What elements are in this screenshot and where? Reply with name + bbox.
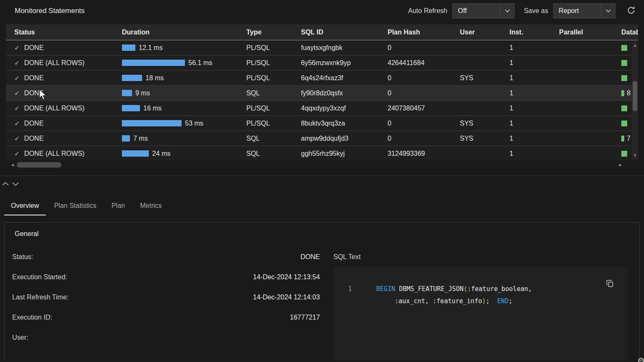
- duration-text: 7 ms: [133, 135, 148, 142]
- duration-bar: [122, 60, 185, 66]
- type-text: PL/SQL: [238, 44, 293, 52]
- field-execution-started: Execution Started: 14-Dec-2024 12:13:54: [12, 267, 322, 287]
- vertical-scrollbar-thumb[interactable]: [633, 81, 637, 111]
- tab-overview[interactable]: Overview: [4, 198, 46, 215]
- tab-plan[interactable]: Plan: [105, 198, 132, 215]
- sql-text-label: SQL Text: [333, 247, 633, 267]
- field-value: 14-Dec-2024 12:14:03: [69, 294, 322, 301]
- plan-hash-text: 0: [379, 44, 451, 52]
- refresh-button[interactable]: [625, 5, 637, 17]
- column-header-inst[interactable]: Inst.: [501, 29, 551, 36]
- table-row[interactable]: ✓DONE (ALL ROWS) 16 ms PL/SQL 4qqxdypy3x…: [6, 101, 638, 116]
- inst-text: 1: [501, 120, 551, 127]
- column-header-type[interactable]: Type: [238, 29, 293, 36]
- field-user: User:: [12, 328, 322, 348]
- table-row[interactable]: ✓DONE 9 ms SQL fy90r8dz0qsfx 0 1 8: [6, 86, 638, 101]
- column-header-sql-id[interactable]: SQL ID: [293, 29, 379, 36]
- chevron-up-icon: [2, 181, 9, 187]
- expand-panel-button[interactable]: [11, 179, 20, 189]
- scroll-right-arrow-icon[interactable]: ►: [617, 161, 624, 168]
- collapse-panel-button[interactable]: [1, 179, 10, 189]
- sql-id-text: 8buktv3qrq3za: [293, 120, 379, 127]
- type-text: PL/SQL: [238, 74, 293, 82]
- inst-text: 1: [501, 150, 551, 157]
- statements-rows: ✓DONE 12.1 ms PL/SQL fuaytsxgfngbk 0 1 ✓…: [6, 40, 638, 160]
- database-time-bar: [621, 136, 624, 142]
- tab-plan-statistics[interactable]: Plan Statistics: [48, 198, 103, 215]
- field-execution-id: Execution ID: 16777217: [12, 307, 322, 328]
- checkmark-icon: ✓: [14, 105, 20, 112]
- auto-refresh-value: Off: [453, 7, 500, 15]
- inst-text: 1: [501, 74, 551, 82]
- field-label: User:: [12, 334, 28, 341]
- database-time-text: 7: [627, 135, 631, 142]
- code-line: 1BEGIN DBMS_FEATURE_JSON(:feature_boolea…: [333, 283, 628, 295]
- type-text: PL/SQL: [238, 105, 293, 112]
- field-value: 16777217: [52, 314, 322, 321]
- column-header-parallel[interactable]: Parallel: [551, 29, 613, 36]
- table-row[interactable]: ✓DONE 53 ms PL/SQL 8buktv3qrq3za 0 SYS 1: [6, 116, 638, 131]
- field-last-refresh-time: Last Refresh Time: 14-Dec-2024 12:14:03: [12, 287, 322, 307]
- plan-hash-text: 4264411684: [379, 59, 451, 67]
- plan-hash-text: 0: [379, 135, 451, 142]
- type-text: PL/SQL: [238, 59, 293, 67]
- vertical-scrollbar[interactable]: ▲ ▼: [632, 41, 638, 160]
- sql-text-section: SQL Text 1BEGIN DBMS_FEATURE_JSON(:featu…: [333, 247, 633, 361]
- line-number: 1: [333, 283, 363, 295]
- auto-refresh-select[interactable]: Off: [452, 3, 515, 18]
- scroll-up-arrow-icon[interactable]: ▲: [632, 42, 638, 49]
- column-header-database-time[interactable]: Datab: [613, 29, 638, 36]
- horizontal-scrollbar-thumb[interactable]: [17, 162, 61, 168]
- checkmark-icon: ✓: [14, 74, 20, 82]
- database-time-bar: [621, 105, 627, 111]
- duration-text: 12.1 ms: [139, 44, 163, 52]
- column-header-plan-hash[interactable]: Plan Hash: [379, 29, 451, 36]
- chevron-down-icon: [601, 4, 615, 18]
- save-as-select[interactable]: Report: [553, 3, 615, 18]
- type-text: SQL: [238, 150, 293, 157]
- status-text: DONE: [24, 89, 44, 97]
- checkmark-icon: ✓: [14, 135, 20, 142]
- horizontal-scrollbar[interactable]: ◄ ►: [6, 161, 638, 170]
- status-text: DONE (ALL ROWS): [24, 150, 84, 157]
- duration-bar: [122, 120, 182, 126]
- line-number: [333, 295, 363, 307]
- database-time-text: 8: [627, 89, 631, 97]
- sql-id-text: fy90r8dz0qsfx: [293, 89, 379, 97]
- tab-metrics[interactable]: Metrics: [133, 198, 169, 215]
- detail-tabs: Overview Plan Statistics Plan Metrics: [0, 198, 644, 215]
- database-time-bar: [621, 45, 627, 51]
- sql-id-text: ggh55rhz95kyj: [293, 150, 379, 157]
- table-row[interactable]: ✓DONE 18 ms PL/SQL 6q4s24rfxaz3f 0 SYS 1: [6, 71, 638, 86]
- plan-hash-text: 2407380457: [379, 105, 451, 112]
- refresh-icon: [627, 6, 636, 16]
- copy-button[interactable]: [604, 278, 616, 290]
- general-fields: Status: DONE Execution Started: 14-Dec-2…: [11, 247, 322, 361]
- type-text: SQL: [238, 135, 293, 142]
- database-time-bar: [621, 60, 627, 66]
- table-row[interactable]: ✓DONE 7 ms SQL ampw9ddqufjd3 0 SYS 1 7: [6, 131, 638, 146]
- inst-text: 1: [501, 105, 551, 112]
- chevron-down-icon: [12, 181, 19, 187]
- table-row[interactable]: ✓DONE (ALL ROWS) 56.1 ms PL/SQL 6y56mzwx…: [6, 55, 638, 71]
- database-time-bar: [621, 90, 624, 96]
- scroll-left-arrow-icon[interactable]: ◄: [9, 161, 16, 168]
- column-header-status[interactable]: Status: [6, 29, 113, 36]
- database-time-bar: [621, 151, 627, 157]
- plan-hash-text: 0: [379, 74, 451, 82]
- field-label: Execution Started:: [12, 273, 67, 281]
- scroll-down-arrow-icon[interactable]: ▼: [632, 152, 638, 159]
- column-header-duration[interactable]: Duration: [113, 29, 238, 36]
- sql-id-text: 4qqxdypy3xzqf: [293, 105, 379, 112]
- table-row[interactable]: ✓DONE (ALL ROWS) 24 ms SQL ggh55rhz95kyj…: [6, 146, 638, 160]
- column-header-user[interactable]: User: [451, 29, 501, 36]
- duration-bar: [122, 45, 135, 51]
- checkmark-icon: ✓: [14, 59, 20, 67]
- status-text: DONE: [24, 44, 44, 52]
- status-text: DONE: [24, 74, 44, 82]
- sql-id-text: fuaytsxgfngbk: [293, 44, 379, 52]
- inst-text: 1: [501, 59, 551, 67]
- monitored-statements-table: Status Duration Type SQL ID Plan Hash Us…: [6, 24, 638, 170]
- table-row[interactable]: ✓DONE 12.1 ms PL/SQL fuaytsxgfngbk 0 1: [6, 40, 638, 55]
- status-text: DONE: [24, 135, 44, 142]
